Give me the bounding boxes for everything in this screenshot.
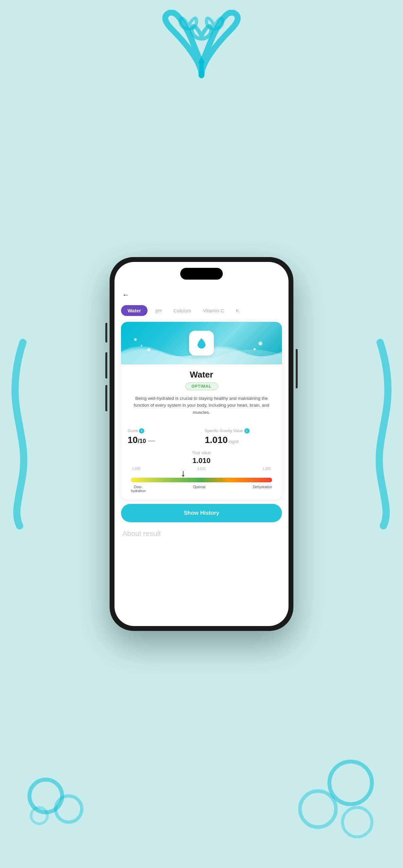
hero-title: Water: [128, 370, 275, 380]
tab-calcium[interactable]: Calcium: [169, 305, 195, 316]
gauge-tick-1: 1.005: [132, 467, 140, 470]
side-button-vol-up: [105, 352, 107, 378]
score-value: 10/10—: [128, 435, 198, 445]
hero-content: Water OPTIMAL Being well-hydrated is cru…: [121, 365, 282, 423]
svg-point-3: [31, 807, 47, 824]
gauge-label-overhydration: Over-hydration: [131, 485, 145, 493]
hero-card: Water OPTIMAL Being well-hydrated is cru…: [121, 322, 282, 500]
gravity-info-icon[interactable]: i: [244, 428, 249, 434]
about-result-section: About result: [114, 527, 289, 548]
score-info-icon[interactable]: i: [139, 428, 144, 434]
brush-left: [6, 336, 39, 532]
svg-point-6: [342, 807, 372, 837]
gauge-bar: [131, 478, 272, 482]
svg-point-1: [29, 780, 62, 812]
bow-decoration: [146, 10, 257, 82]
gravity-unit: mg/dl: [228, 439, 239, 444]
side-button-power: [296, 349, 298, 388]
back-button[interactable]: ←: [122, 291, 130, 299]
status-badge: OPTIMAL: [186, 382, 218, 390]
score-label: Score i: [128, 428, 198, 434]
tabs-container: Water pH Calcium Vitamin C K: [114, 305, 289, 316]
tab-vitaminc[interactable]: Vitamin C: [199, 305, 228, 316]
gravity-metric: Specific Gravity Value i 1.010mg/dl: [205, 428, 275, 445]
tab-water[interactable]: Water: [121, 305, 147, 316]
brush-right: [364, 336, 397, 532]
gauge-labels: Over-hydration Optimal Dehydration: [131, 485, 272, 493]
gauge-your-value-label: Your value: [128, 451, 275, 455]
dot-decor: [147, 348, 150, 351]
dynamic-island: [180, 268, 223, 280]
app-content: ← Water pH Calcium Vitamin C K: [114, 262, 289, 626]
metrics-row: Score i 10/10— Specific Gravity Value: [121, 423, 282, 448]
side-button-vol-down: [105, 385, 107, 411]
gauge-arrow: [182, 471, 184, 477]
tab-ph[interactable]: pH: [152, 305, 166, 316]
score-metric: Score i 10/10—: [128, 428, 198, 445]
side-button-mute: [105, 323, 107, 342]
dot-decor: [141, 345, 142, 346]
gravity-label: Specific Gravity Value i: [205, 428, 275, 434]
gauge-label-dehydration: Dehydration: [253, 485, 272, 493]
dot-decor: [259, 341, 262, 345]
gauge-tick-3: 1.025: [263, 467, 271, 470]
svg-point-2: [56, 796, 82, 822]
about-result-title: About result: [122, 529, 161, 538]
gauge-tick-2: 1.015: [197, 467, 205, 470]
gauge-section: Your value 1.010 1.005 1.015 1.025: [121, 448, 282, 499]
svg-point-4: [329, 762, 372, 804]
gravity-value: 1.010: [205, 435, 228, 445]
gauge-your-value: 1.010: [128, 457, 275, 465]
hero-banner: [121, 322, 282, 365]
dot-decor: [254, 348, 256, 350]
phone-frame: ← Water pH Calcium Vitamin C K: [110, 257, 293, 631]
svg-point-5: [300, 791, 336, 827]
water-drop-icon: [196, 337, 207, 349]
tab-k[interactable]: K: [232, 305, 243, 316]
dot-decor: [134, 338, 137, 341]
gauge-ticks: 1.005 1.015 1.025: [131, 467, 272, 470]
water-icon-container: [189, 331, 214, 355]
gauge-label-optimal: Optimal: [193, 485, 205, 493]
circles-bottom-right: [292, 757, 383, 842]
hero-description: Being well-hydrated is crucial to stayin…: [128, 395, 275, 416]
circles-bottom-left: [26, 763, 92, 829]
show-history-button[interactable]: Show History: [121, 504, 282, 522]
